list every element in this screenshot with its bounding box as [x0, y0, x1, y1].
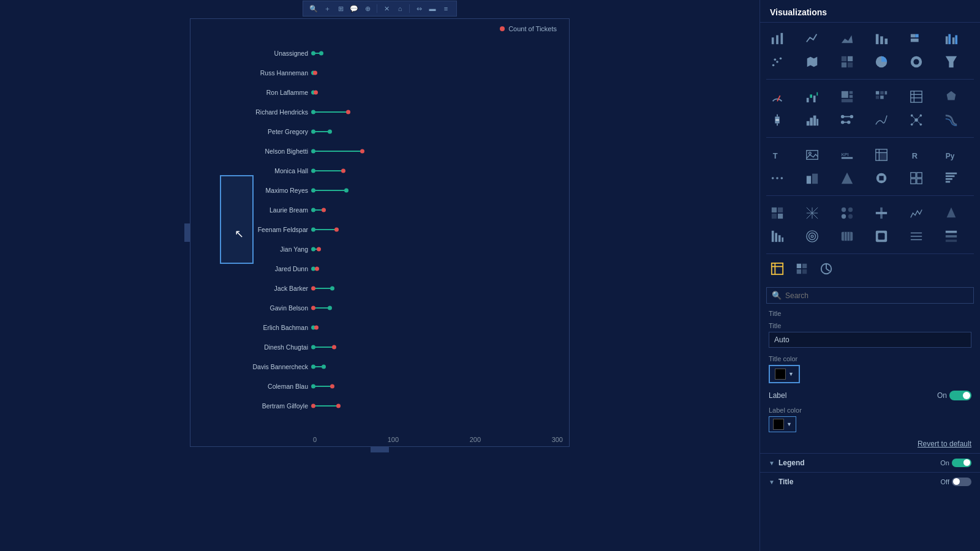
title-toggle-track[interactable]: [952, 478, 971, 486]
viz-kpi-icon[interactable]: KPI: [836, 144, 858, 166]
viz-r-icon[interactable]: R: [905, 144, 927, 166]
viz-scatter-icon[interactable]: [766, 51, 788, 73]
zoom-in-icon[interactable]: 🔍: [308, 3, 319, 14]
viz-pattern12-icon[interactable]: [940, 225, 962, 247]
row-label: Laurie Bream: [197, 206, 313, 214]
table-tool-icon[interactable]: [766, 258, 788, 280]
title-color-box[interactable]: ▼: [769, 365, 800, 383]
viz-map-icon[interactable]: [801, 51, 823, 73]
viz-pattern1-icon[interactable]: [766, 202, 788, 224]
viz-custom4-icon[interactable]: [905, 167, 927, 189]
svg-rect-111: [778, 235, 781, 242]
viz-dots-icon[interactable]: [766, 167, 788, 189]
svg-text:T: T: [773, 151, 778, 160]
viz-pattern3-icon[interactable]: [836, 202, 858, 224]
viz-bar-chart-icon[interactable]: [766, 28, 788, 50]
dot-end: [330, 287, 334, 291]
viz-waterfall-icon[interactable]: [801, 86, 823, 108]
title-section: Title: [760, 318, 980, 351]
viz-dumbbell-icon[interactable]: [836, 109, 858, 131]
dumbbell-line: [313, 190, 346, 191]
minus-square-icon[interactable]: ▬: [427, 3, 438, 14]
viz-pattern10-icon[interactable]: [870, 225, 892, 247]
resize-icon[interactable]: ⇔: [413, 3, 424, 14]
analytics-tool-icon[interactable]: [815, 258, 837, 280]
home-icon[interactable]: ⌂: [394, 3, 405, 14]
viz-treemap-icon[interactable]: [836, 86, 858, 108]
svg-rect-33: [849, 95, 853, 98]
scroll-handle-bottom[interactable]: [371, 446, 389, 452]
revert-button[interactable]: Revert to default: [769, 440, 971, 448]
viz-image-icon[interactable]: [801, 144, 823, 166]
legend-chevron-icon[interactable]: ▼: [769, 460, 775, 467]
row-label: Russ Hanneman: [197, 69, 313, 77]
viz-text-icon[interactable]: T: [766, 144, 788, 166]
viz-pattern6-icon[interactable]: [940, 202, 962, 224]
svg-marker-25: [946, 56, 957, 67]
viz-area-chart-icon[interactable]: [836, 28, 858, 50]
legend-section: ▼ Legend On: [760, 453, 980, 472]
viz-pattern4-icon[interactable]: [870, 202, 892, 224]
viz-line-chart-icon[interactable]: [801, 28, 823, 50]
title-chevron-icon[interactable]: ▼: [769, 479, 775, 485]
svg-line-67: [916, 120, 921, 124]
viz-table-icon[interactable]: [905, 86, 927, 108]
viz-network-icon[interactable]: [905, 109, 927, 131]
viz-grid-1: [760, 23, 980, 78]
svg-rect-83: [812, 174, 818, 184]
viz-pivot-icon[interactable]: [870, 144, 892, 166]
viz-pattern2-icon[interactable]: [801, 202, 823, 224]
viz-custom5-icon[interactable]: [940, 167, 962, 189]
svg-rect-7: [911, 34, 915, 38]
viz-pattern8-icon[interactable]: [801, 225, 823, 247]
legend-toggle-track[interactable]: [952, 459, 971, 467]
row-label: Coleman Blau: [197, 383, 313, 390]
search-box[interactable]: 🔍: [766, 287, 974, 304]
viz-pattern9-icon[interactable]: [836, 225, 858, 247]
label-color-box[interactable]: ▼: [769, 416, 796, 432]
viz-grid-3: T KPI R Py: [760, 139, 980, 194]
label-toggle-track[interactable]: [949, 391, 971, 400]
section-label-title: Title: [760, 309, 980, 318]
viz-gauge-icon[interactable]: [766, 86, 788, 108]
row-bar-area: [313, 337, 563, 357]
add-circle-icon[interactable]: ⊕: [362, 3, 373, 14]
viz-custom2-icon[interactable]: [836, 167, 858, 189]
viz-histogram-icon[interactable]: [801, 109, 823, 131]
label-toggle-switch[interactable]: On: [937, 391, 971, 400]
grid-icon[interactable]: ⊞: [335, 3, 346, 14]
viz-box-plot-icon[interactable]: [766, 109, 788, 131]
row-label: Monica Hall: [197, 167, 313, 174]
viz-pattern7-icon[interactable]: [766, 225, 788, 247]
row-label: Dinesh Chugtai: [197, 343, 313, 351]
viz-column-chart-icon[interactable]: [870, 28, 892, 50]
viz-python-icon[interactable]: Py: [940, 144, 962, 166]
viz-donut-icon[interactable]: [905, 51, 927, 73]
viz-radar-icon[interactable]: [940, 86, 962, 108]
format-tool-icon[interactable]: [791, 258, 813, 280]
viz-custom3-icon[interactable]: [870, 167, 892, 189]
cross-icon[interactable]: ✕: [381, 3, 392, 14]
viz-heat-map-icon[interactable]: [836, 51, 858, 73]
dot-end: [317, 247, 321, 252]
main-area: Filters 🔍 ＋ ⊞ 💬 ⊕ ✕ ⌂ ⇔ ▬ ≡ Count of Tic…: [0, 0, 760, 551]
viz-funnel-icon[interactable]: [940, 51, 962, 73]
viz-pattern11-icon[interactable]: [905, 225, 927, 247]
viz-grouped-bar-icon[interactable]: [940, 28, 962, 50]
viz-sankey-icon[interactable]: [940, 109, 962, 131]
viz-waterfall2-icon[interactable]: [870, 109, 892, 131]
viz-pattern5-icon[interactable]: [905, 202, 927, 224]
comment-icon[interactable]: 💬: [349, 3, 360, 14]
dot-end: [322, 365, 326, 369]
viz-pie-icon[interactable]: [870, 51, 892, 73]
viz-matrix-icon[interactable]: [870, 86, 892, 108]
plus-icon[interactable]: ＋: [322, 3, 333, 14]
search-input[interactable]: [785, 291, 968, 300]
viz-stacked-bar-icon[interactable]: [905, 28, 927, 50]
more-icon[interactable]: ≡: [440, 3, 451, 14]
scroll-handle-left[interactable]: [184, 223, 190, 242]
title-input[interactable]: [769, 332, 971, 348]
viz-custom1-icon[interactable]: [801, 167, 823, 189]
svg-rect-10: [946, 36, 948, 44]
svg-rect-134: [802, 269, 807, 274]
